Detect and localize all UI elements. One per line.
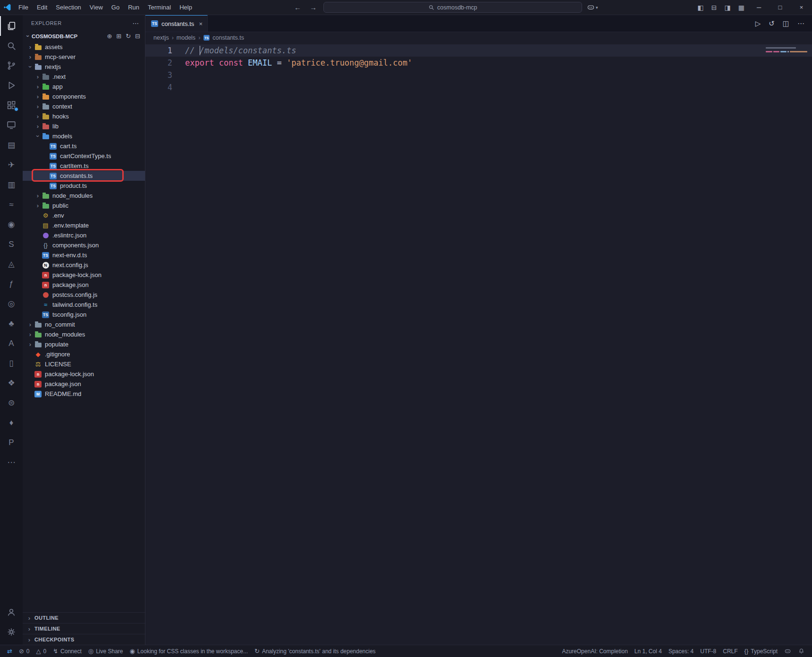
tree-item-postcss-config-js[interactable]: postcss.config.js <box>23 290 145 300</box>
panel-outline[interactable]: ›OUTLINE <box>23 612 145 623</box>
minimize-button[interactable]: ─ <box>748 0 770 15</box>
tree-item-package-json[interactable]: npackage.json <box>23 280 145 290</box>
tree-item-nextjs[interactable]: ›nextjs <box>23 62 145 72</box>
menu-file[interactable]: File <box>14 0 33 15</box>
new-file-icon[interactable]: ⊕ <box>107 33 112 40</box>
status-eol-sequence[interactable]: CRLF <box>719 645 741 657</box>
breadcrumb-item-constants-ts[interactable]: TSconstants.ts <box>203 34 244 41</box>
azure-pipelines-icon[interactable]: ◬ <box>0 254 23 274</box>
timeline-history-icon[interactable]: ↺ <box>769 19 775 28</box>
tree-item-gitignore[interactable]: ◆.gitignore <box>23 349 145 359</box>
tree-item-cartitem-ts[interactable]: TScartItem.ts <box>23 161 145 171</box>
breadcrumb-item-nextjs[interactable]: nextjs <box>153 34 169 41</box>
toggle-panel-icon[interactable]: ⊟ <box>708 4 721 11</box>
tree-item-context[interactable]: ›context <box>23 101 145 111</box>
maximize-button[interactable]: □ <box>770 0 791 15</box>
tree-item-components-json[interactable]: {}components.json <box>23 240 145 250</box>
status-connect[interactable]: ↯Connect <box>50 645 85 657</box>
status-copilot-status[interactable] <box>781 645 795 657</box>
tree-item-next[interactable]: ›.next <box>23 72 145 82</box>
code-line-4[interactable]: 4 <box>145 81 812 93</box>
toggle-primary-sidebar-icon[interactable]: ◧ <box>694 4 708 11</box>
search-icon[interactable] <box>0 36 23 56</box>
open-editors-icon[interactable]: ▤ <box>0 135 23 155</box>
menu-edit[interactable]: Edit <box>33 0 51 15</box>
security-icon[interactable]: ❖ <box>0 373 23 393</box>
run-file-icon[interactable]: ▷ <box>755 19 761 28</box>
command-center-search[interactable]: cosmosdb-mcp <box>323 2 582 13</box>
tab-close-icon[interactable]: × <box>199 20 203 27</box>
tree-item-cart-ts[interactable]: TScart.ts <box>23 141 145 151</box>
customize-layout-icon[interactable]: ▦ <box>735 4 748 11</box>
docker-icon[interactable]: ≈ <box>0 194 23 214</box>
tree-item-no-commit[interactable]: ›no_commit <box>23 320 145 329</box>
status-css-workspace-status[interactable]: ◉Looking for CSS classes in the workspac… <box>127 645 251 657</box>
tree-item-tsconfig-json[interactable]: TStsconfig.json <box>23 310 145 320</box>
azure-icon[interactable]: A <box>0 333 23 353</box>
code-line-1[interactable]: 1// /models/constants.ts <box>145 44 812 57</box>
refresh-explorer-icon[interactable]: ↻ <box>126 33 131 40</box>
status-indentation[interactable]: Spaces: 4 <box>665 645 697 657</box>
status-problems-warnings[interactable]: △0 <box>33 645 50 657</box>
tree-item-next-env-d-ts[interactable]: TSnext-env.d.ts <box>23 250 145 260</box>
nx-console-icon[interactable]: ◎ <box>0 294 23 313</box>
status-azure-openai-completion[interactable]: AzureOpenAI: Completion <box>558 645 631 657</box>
status-cursor-position[interactable]: Ln 1, Col 4 <box>631 645 665 657</box>
tree-item-populate[interactable]: ›populate <box>23 339 145 349</box>
tree-item-license[interactable]: ⚖LICENSE <box>23 359 145 369</box>
tree-item-next-config-js[interactable]: Nnext.config.js <box>23 260 145 270</box>
tree-item-tailwind-config-ts[interactable]: ≈tailwind.config.ts <box>23 300 145 310</box>
remote-explorer-icon[interactable] <box>0 115 23 135</box>
toggle-secondary-sidebar-icon[interactable]: ◨ <box>721 4 735 11</box>
tree-item-lib[interactable]: ›lib <box>23 121 145 131</box>
status-analyzing-status[interactable]: ↻Analyzing 'constants.ts' and its depend… <box>251 645 379 657</box>
tree-item-node-modules[interactable]: ›node_modules <box>23 191 145 201</box>
tree-item-package-lock-json[interactable]: npackage-lock.json <box>23 369 145 379</box>
panel-timeline[interactable]: ›TIMELINE <box>23 623 145 634</box>
menu-terminal[interactable]: Terminal <box>144 0 175 15</box>
close-button[interactable]: × <box>791 0 812 15</box>
mongodb-icon[interactable]: ♣ <box>0 313 23 333</box>
tree-item-package-lock-json[interactable]: npackage-lock.json <box>23 270 145 280</box>
tree-item-product-ts[interactable]: TSproduct.ts <box>23 181 145 191</box>
run-and-debug-icon[interactable] <box>0 76 23 95</box>
split-editor-icon[interactable]: ◫ <box>783 19 789 28</box>
tree-item-readme-md[interactable]: MREADME.md <box>23 389 145 399</box>
explorer-more-icon[interactable]: ⋯ <box>132 19 139 27</box>
code-line-3[interactable]: 3 <box>145 69 812 81</box>
explorer-icon[interactable] <box>0 16 23 36</box>
status-problems-errors[interactable]: ⊘0 <box>16 645 33 657</box>
status-notifications[interactable] <box>795 645 808 657</box>
tree-item-cartcontexttype-ts[interactable]: TScartContextType.ts <box>23 151 145 161</box>
tree-item-public[interactable]: ›public <box>23 201 145 211</box>
manage-settings-icon[interactable] <box>0 622 23 642</box>
source-control-icon[interactable] <box>0 56 23 76</box>
menu-go[interactable]: Go <box>107 0 124 15</box>
copilot-button[interactable]: ▾ <box>587 3 598 11</box>
status-language-mode[interactable]: {}TypeScript <box>741 645 781 657</box>
accounts-icon[interactable] <box>0 602 23 622</box>
minimap[interactable] <box>761 44 812 106</box>
tree-item-env[interactable]: ⚙.env <box>23 211 145 220</box>
code-editor[interactable]: 1// /models/constants.ts2export const EM… <box>145 43 812 645</box>
menu-view[interactable]: View <box>85 0 107 15</box>
github-icon[interactable]: ◉ <box>0 214 23 234</box>
tree-item-hooks[interactable]: ›hooks <box>23 111 145 121</box>
extensions-icon[interactable] <box>0 95 23 115</box>
status-live-share[interactable]: ◎Live Share <box>85 645 127 657</box>
nav-forward-icon[interactable]: → <box>308 3 319 11</box>
status-remote-indicator[interactable]: ⇄ <box>4 645 16 657</box>
thunder-client-icon[interactable]: ✈ <box>0 155 23 175</box>
docs-icon[interactable]: ▯ <box>0 353 23 373</box>
python-icon[interactable]: P <box>0 432 23 452</box>
collapse-folders-icon[interactable]: ⊟ <box>135 33 140 40</box>
tree-item-assets[interactable]: ›assets <box>23 42 145 52</box>
tree-item-node-modules[interactable]: ›node_modules <box>23 329 145 339</box>
tree-item-package-json[interactable]: npackage.json <box>23 379 145 389</box>
tree-item-components[interactable]: ›components <box>23 92 145 101</box>
database-icon[interactable]: ⊜ <box>0 393 23 413</box>
nav-back-icon[interactable]: ← <box>292 3 303 11</box>
tab-constants-ts[interactable]: TS constants.ts × <box>145 15 208 32</box>
tree-item-eslintrc-json[interactable]: .eslintrc.json <box>23 230 145 240</box>
tree-item-mcp-server[interactable]: ›mcp-server <box>23 52 145 62</box>
